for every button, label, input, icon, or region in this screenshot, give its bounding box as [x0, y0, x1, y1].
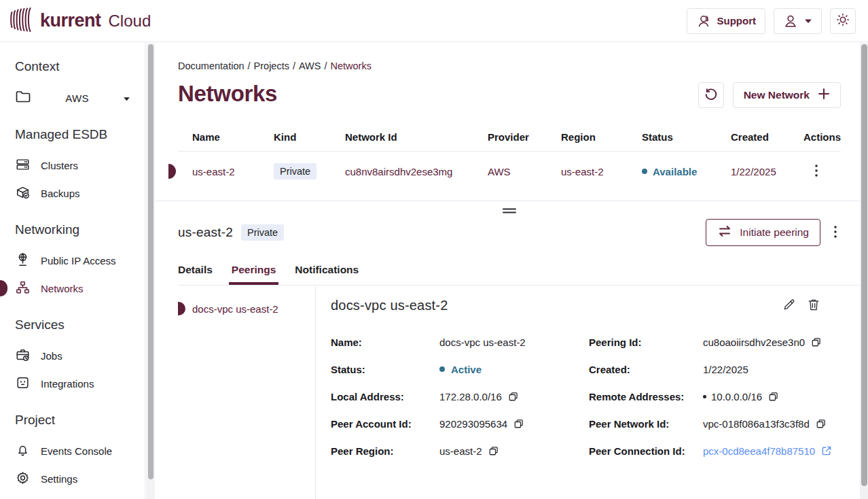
- table-row[interactable]: us-east-2 Private cu8nv8airsdhv2ese3mg A…: [178, 152, 841, 191]
- sidebar-item-networks[interactable]: Networks: [15, 280, 145, 296]
- field-label: Status:: [331, 356, 439, 383]
- sidebar-item-integrations[interactable]: Integrations: [15, 375, 145, 392]
- pencil-icon: [782, 303, 796, 313]
- copy-icon[interactable]: [768, 392, 778, 402]
- sidebar-item-label: Public IP Access: [41, 255, 116, 266]
- sidebar-item-label: Events Console: [41, 445, 112, 457]
- peering-list: docs-vpc us-east-2: [178, 286, 316, 499]
- sidebar-item-clusters[interactable]: Clusters: [15, 157, 145, 173]
- sidebar-item-jobs[interactable]: Jobs: [15, 347, 145, 364]
- page-scrollbar-thumb[interactable]: [861, 44, 867, 486]
- swap-arrows-icon: [717, 226, 732, 239]
- tab-details[interactable]: Details: [178, 264, 213, 285]
- page-title: Networks: [178, 81, 277, 107]
- row-actions-menu-button[interactable]: [811, 162, 822, 182]
- peer-connection-link[interactable]: pcx-0cd8eea4f78b87510: [703, 445, 815, 457]
- trash-icon: [807, 303, 820, 313]
- account-menu-button[interactable]: [774, 8, 822, 34]
- integrations-icon: [15, 375, 31, 392]
- brand-suffix: Cloud: [109, 12, 151, 31]
- breadcrumb-item[interactable]: AWS: [299, 61, 321, 71]
- copy-icon[interactable]: [488, 446, 499, 456]
- field-label: Peer Network Id:: [589, 410, 703, 437]
- user-icon: [783, 14, 798, 29]
- detail-title: us-east-2: [178, 225, 233, 240]
- breadcrumb: Documentation/Projects/AWS/Networks: [178, 61, 841, 71]
- sidebar-item-label: Integrations: [41, 378, 94, 390]
- row-region: us-east-2: [561, 166, 642, 177]
- copy-icon[interactable]: [811, 337, 821, 347]
- backups-icon: [15, 185, 31, 202]
- field-label: Local Address:: [331, 383, 439, 410]
- status-text: Available: [653, 166, 697, 177]
- breadcrumb-item[interactable]: Documentation: [178, 61, 245, 71]
- sidebar-item-events-console[interactable]: Events Console: [15, 443, 145, 459]
- refresh-button[interactable]: [698, 82, 724, 108]
- status-dot: [439, 366, 445, 372]
- panel-divider: [155, 201, 860, 201]
- sidebar-item-backups[interactable]: Backups: [15, 185, 145, 201]
- copy-icon[interactable]: [513, 419, 524, 429]
- field-label: Peer Connection Id:: [589, 437, 703, 464]
- support-button[interactable]: Support: [687, 8, 766, 34]
- panel-resize-handle[interactable]: [178, 207, 841, 215]
- peering-list-item[interactable]: docs-vpc us-east-2: [178, 302, 315, 315]
- project-section-title: Project: [15, 413, 145, 428]
- breadcrumb-current: Networks: [331, 61, 372, 71]
- kebab-icon: [834, 230, 837, 240]
- new-network-button[interactable]: New Network: [733, 82, 841, 108]
- kind-badge: Private: [274, 163, 317, 179]
- folder-icon: [15, 89, 31, 107]
- detail-kind-badge: Private: [241, 224, 284, 241]
- field-value-peering-id: cu8oaoiirsdhv2ese3n0: [703, 337, 805, 348]
- sidebar-item-public-ip-access[interactable]: Public IP Access: [15, 252, 145, 269]
- col-actions: Actions: [803, 131, 860, 143]
- page-scrollbar[interactable]: [860, 43, 868, 499]
- sidebar-item-label: Backups: [41, 188, 80, 199]
- context-section-title: Context: [15, 59, 145, 74]
- field-value-name: docs-vpc us-east-2: [439, 337, 526, 348]
- sidebar-item-settings[interactable]: Settings: [15, 470, 145, 487]
- theme-toggle-button[interactable]: [830, 8, 856, 34]
- detail-tabs: Details Peerings Notifications: [178, 264, 860, 286]
- field-label: Created:: [589, 356, 703, 383]
- breadcrumb-item[interactable]: Projects: [254, 61, 289, 71]
- tab-notifications[interactable]: Notifications: [295, 264, 359, 285]
- support-label: Support: [717, 15, 757, 27]
- col-status: Status: [642, 131, 731, 143]
- row-name: us-east-2: [192, 166, 274, 177]
- sidebar-scrollbar[interactable]: [146, 43, 155, 499]
- col-created: Created: [731, 131, 803, 143]
- waveform-icon: [10, 7, 34, 35]
- public-ip-icon: [15, 252, 31, 269]
- col-kind: Kind: [274, 131, 345, 143]
- col-network-id: Network Id: [345, 131, 488, 143]
- field-value-peer-region: us-east-2: [439, 445, 482, 457]
- detail-actions-menu-button[interactable]: [830, 223, 841, 243]
- copy-icon[interactable]: [816, 419, 826, 429]
- col-name: Name: [192, 131, 274, 143]
- tab-peerings[interactable]: Peerings: [232, 264, 276, 285]
- col-provider: Provider: [488, 131, 561, 143]
- initiate-peering-label: Initiate peering: [740, 226, 809, 239]
- external-link-icon[interactable]: [821, 445, 832, 456]
- new-network-label: New Network: [744, 89, 810, 101]
- sidebar: Context AWS Managed ESDB: [0, 43, 155, 499]
- list-bullet: [703, 395, 706, 398]
- peering-fields: Name: docs-vpc us-east-2 Peering Id: cu8…: [331, 328, 841, 464]
- brand-logo[interactable]: kurrent Cloud: [10, 7, 151, 35]
- selected-peering-indicator: [178, 302, 185, 315]
- copy-icon[interactable]: [508, 392, 518, 402]
- delete-peering-button[interactable]: [807, 298, 820, 313]
- field-label: Remote Addresses:: [589, 383, 703, 410]
- row-network-id: cu8nv8airsdhv2ese3mg: [345, 166, 488, 177]
- networks-table: Name Kind Network Id Provider Region Sta…: [178, 123, 841, 191]
- field-value-peer-account-id: 920293095634: [439, 418, 507, 430]
- context-selector[interactable]: AWS: [15, 89, 130, 107]
- chevron-down-icon: [804, 18, 812, 24]
- managed-esdb-section-title: Managed ESDB: [15, 127, 145, 142]
- sidebar-item-label: Clusters: [41, 160, 78, 171]
- sidebar-scrollbar-thumb[interactable]: [148, 44, 153, 479]
- edit-peering-button[interactable]: [782, 298, 796, 313]
- initiate-peering-button[interactable]: Initiate peering: [706, 219, 820, 246]
